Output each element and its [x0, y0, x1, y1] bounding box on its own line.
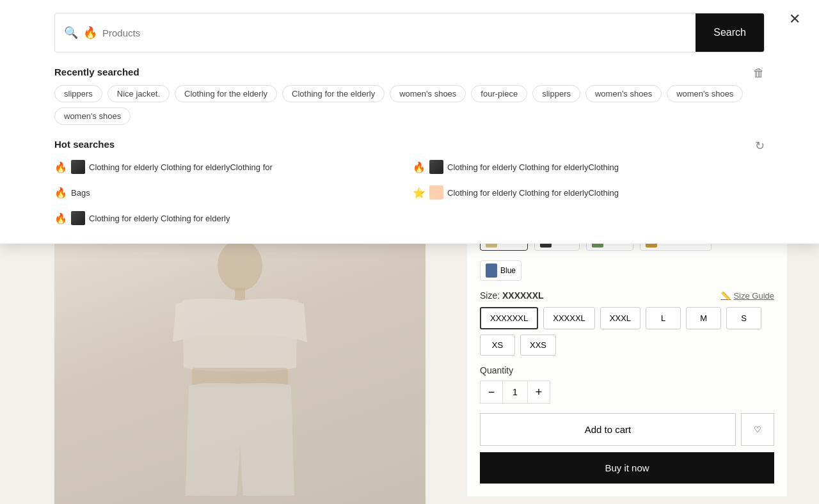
add-to-cart-button[interactable]: Add to cart	[480, 413, 736, 446]
recently-searched-section: Recently searched 🗑 slippers Nice jacket…	[54, 67, 765, 125]
recently-searched-title: Recently searched	[54, 67, 765, 77]
size-btn-xxxxxxl[interactable]: XXXXXXL	[480, 307, 538, 329]
recent-tag-1[interactable]: Nice jacket.	[107, 85, 170, 102]
svg-rect-1	[235, 288, 245, 301]
quantity-value: 1	[502, 381, 528, 403]
quantity-decrease-button[interactable]: −	[481, 381, 502, 403]
hot-item-1[interactable]: 🔥 Clothing for elderly Clothing for elde…	[413, 157, 765, 177]
product-panel: Yellow Black Green Yellow-brown Blue Siz…	[467, 217, 787, 496]
search-overlay: ✕ 🔍 🔥 Search Recently searched 🗑 slipper…	[0, 0, 819, 244]
hot-item-text-0: Clothing for elderly Clothing for elderl…	[89, 162, 273, 172]
hot-item-2[interactable]: 🔥 Bags	[54, 183, 406, 202]
hot-grid: 🔥 Clothing for elderly Clothing for elde…	[54, 157, 765, 228]
svg-point-0	[218, 240, 262, 291]
hot-item-3[interactable]: ⭐ Clothing for elderly Clothing for elde…	[413, 183, 765, 202]
recent-tags-row: slippers Nice jacket. Clothing for the e…	[54, 85, 765, 125]
size-btn-m[interactable]: M	[686, 307, 721, 329]
hot-item-4[interactable]: 🔥 Clothing for elderly Clothing for elde…	[54, 209, 406, 228]
size-guide-label: Size Guide	[733, 291, 774, 301]
search-button[interactable]: Search	[696, 13, 764, 52]
hot-icon-4: 🔥	[54, 212, 67, 224]
size-grid: XXXXXXL XXXXXL XXXL L M S XS XXS	[480, 307, 774, 356]
color-swatches-row2: Blue	[480, 260, 774, 281]
hot-thumb-0	[71, 160, 85, 174]
selected-size-value: XXXXXXL	[502, 290, 544, 301]
hot-item-text-2: Bags	[71, 188, 90, 198]
color-label-blue: Blue	[500, 266, 516, 275]
quantity-increase-button[interactable]: +	[528, 381, 550, 403]
size-header: Size: XXXXXXL 📏 Size Guide	[480, 290, 774, 301]
recent-tag-7[interactable]: women's shoes	[585, 85, 662, 102]
size-btn-s[interactable]: S	[726, 307, 761, 329]
recent-tag-9[interactable]: women's shoes	[54, 107, 131, 125]
quantity-section: Quantity − 1 +	[480, 365, 774, 404]
wishlist-button[interactable]: ♡	[741, 413, 774, 446]
recent-tag-2[interactable]: Clothing for the elderly	[175, 85, 277, 102]
fire-emoji: 🔥	[83, 26, 97, 40]
search-bar: 🔍 🔥 Search	[54, 13, 765, 52]
hot-searches-title: Hot searches	[54, 139, 765, 150]
hot-icon-0: 🔥	[54, 161, 67, 173]
size-label: Size: XXXXXXL	[480, 290, 544, 301]
hot-icon-2: 🔥	[54, 187, 67, 199]
hot-item-text-3: Clothing for elderly Clothing for elderl…	[447, 188, 619, 198]
size-section: Size: XXXXXXL 📏 Size Guide XXXXXXL XXXXX…	[480, 290, 774, 356]
recent-tag-6[interactable]: slippers	[532, 85, 580, 102]
add-to-cart-row: Add to cart ♡	[480, 413, 774, 446]
product-figure	[54, 217, 425, 504]
color-swatch-blue[interactable]: Blue	[480, 260, 521, 281]
hot-item-0[interactable]: 🔥 Clothing for elderly Clothing for elde…	[54, 157, 406, 177]
size-guide-link[interactable]: 📏 Size Guide	[720, 291, 774, 301]
hot-thumb-1	[429, 160, 443, 174]
size-btn-xxxl[interactable]: XXXL	[600, 307, 640, 329]
hot-thumb-3	[429, 185, 443, 200]
search-input[interactable]	[102, 19, 687, 47]
hot-thumb-4	[71, 211, 85, 225]
heart-icon: ♡	[754, 425, 761, 434]
recent-tag-4[interactable]: women's shoes	[390, 85, 466, 102]
recent-tag-8[interactable]: women's shoes	[667, 85, 743, 102]
ruler-icon: 📏	[720, 291, 731, 301]
swatch-dot-blue	[486, 264, 497, 278]
recent-tag-3[interactable]: Clothing for the elderly	[282, 85, 385, 102]
buy-now-button[interactable]: Buy it now	[480, 452, 774, 484]
size-btn-xs[interactable]: XS	[480, 335, 515, 356]
quantity-label: Quantity	[480, 365, 774, 375]
delete-history-icon[interactable]: 🗑	[753, 67, 765, 80]
quantity-control: − 1 +	[480, 381, 550, 404]
hot-icon-1: 🔥	[413, 161, 425, 173]
product-image-area	[54, 217, 425, 504]
size-btn-xxs[interactable]: XXS	[520, 335, 556, 356]
size-btn-xxxxxl[interactable]: XXXXXL	[543, 307, 595, 329]
close-button[interactable]: ✕	[783, 8, 806, 31]
hot-item-text-1: Clothing for elderly Clothing for elderl…	[447, 162, 619, 172]
recent-tag-5[interactable]: four-piece	[471, 85, 527, 102]
search-icon: 🔍	[64, 26, 78, 40]
hot-icon-3: ⭐	[413, 187, 425, 199]
size-btn-l[interactable]: L	[646, 307, 681, 329]
refresh-icon[interactable]: ↻	[755, 139, 765, 153]
hot-searches-section: Hot searches ↻ 🔥 Clothing for elderly Cl…	[54, 139, 765, 228]
search-bar-inner: 🔍 🔥	[55, 19, 696, 47]
recent-tag-0[interactable]: slippers	[54, 85, 102, 102]
hot-item-text-4: Clothing for elderly Clothing for elderl…	[89, 214, 230, 223]
